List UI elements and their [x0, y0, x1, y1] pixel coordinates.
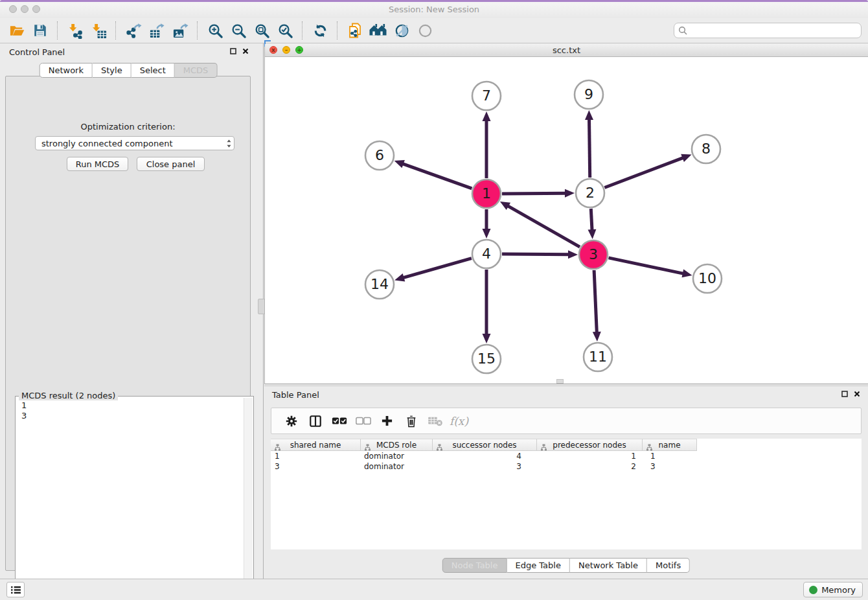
zoom-selected-icon [277, 23, 293, 39]
network-graph[interactable]: 7968124314101511 [265, 57, 868, 384]
deselect-all-button[interactable] [351, 410, 375, 432]
column-header-MCDS-role[interactable]: MCDS role [361, 439, 433, 451]
table-row[interactable]: 1dominator411 [271, 451, 697, 461]
mcds-result-list: 13 [16, 397, 253, 425]
mcds-result-item: 3 [21, 411, 247, 421]
tab-style[interactable]: Style [93, 63, 131, 78]
graph-node-8[interactable]: 8 [692, 135, 720, 163]
criterion-dropdown[interactable]: strongly connected component [35, 136, 234, 150]
network-splitter-grip[interactable] [556, 379, 564, 384]
export-table-button[interactable] [145, 20, 168, 41]
split-panel-button[interactable] [303, 410, 327, 432]
zoom-fit-icon [254, 23, 270, 39]
tab-motifs[interactable]: Motifs [647, 558, 690, 573]
zoom-fit-button[interactable] [250, 20, 273, 41]
close-panel-icon[interactable] [854, 391, 860, 397]
column-header-predecessor-nodes[interactable]: predecessor nodes [537, 439, 643, 451]
zoom-out-button[interactable] [227, 20, 250, 41]
close-panel-button[interactable]: Close panel [137, 157, 205, 171]
svg-text:7: 7 [482, 87, 491, 104]
toggle-style-button[interactable] [390, 20, 413, 41]
column-header-successor-nodes[interactable]: successor nodes [433, 439, 537, 451]
function-builder-button[interactable]: f(x) [447, 410, 471, 432]
column-header-name[interactable]: name [643, 439, 697, 451]
export-table-icon [149, 23, 165, 39]
copy-current-network-button[interactable] [343, 20, 367, 41]
network-window-titlebar[interactable]: x – + scc.txt [265, 44, 868, 57]
save-floppy-icon [32, 23, 48, 38]
graph-node-9[interactable]: 9 [575, 80, 603, 109]
tab-network-table[interactable]: Network Table [570, 558, 647, 573]
deselect-all-icon [356, 417, 371, 425]
graph-node-1[interactable]: 1 [472, 179, 501, 208]
memory-status-icon [809, 586, 817, 594]
main-toolbar [0, 18, 868, 43]
delete-table-button[interactable] [423, 410, 447, 432]
memory-button[interactable]: Memory [803, 582, 863, 597]
svg-text:4: 4 [482, 246, 491, 262]
close-panel-icon[interactable] [242, 48, 249, 54]
graph-node-3[interactable]: 3 [579, 240, 608, 269]
svg-text:9: 9 [584, 86, 593, 102]
svg-text:11: 11 [589, 349, 607, 365]
zoom-in-icon [207, 23, 223, 39]
graph-node-10[interactable]: 10 [693, 264, 722, 293]
task-history-button[interactable] [6, 582, 25, 597]
export-image-button[interactable] [168, 20, 192, 41]
cell-successor-nodes: 4 [433, 451, 537, 461]
tab-select[interactable]: Select [131, 63, 175, 78]
control-panel-title: Control Panel [9, 47, 65, 57]
cell-shared-name: 1 [271, 451, 361, 461]
table-settings-button[interactable] [279, 410, 303, 432]
graph-node-11[interactable]: 11 [584, 343, 612, 371]
open-session-button[interactable] [5, 20, 29, 41]
toolbar-separator [197, 21, 198, 40]
graph-node-14[interactable]: 14 [365, 270, 394, 299]
import-table-button[interactable] [87, 20, 110, 41]
refresh-button[interactable] [308, 20, 332, 41]
export-network-button[interactable] [122, 20, 145, 41]
zoom-in-button[interactable] [203, 20, 227, 41]
show-network-home-button[interactable] [367, 20, 390, 41]
split-panel-icon [309, 415, 322, 428]
column-header-shared-name[interactable]: shared name [271, 439, 361, 451]
fx-icon: f(x) [450, 415, 468, 428]
run-mcds-button[interactable]: Run MCDS [67, 157, 128, 171]
svg-text:3: 3 [589, 246, 598, 262]
graph-node-2[interactable]: 2 [576, 179, 604, 207]
memory-label: Memory [821, 585, 856, 595]
cell-name: 3 [643, 461, 697, 472]
graph-node-4[interactable]: 4 [472, 240, 501, 268]
table-row[interactable]: 3dominator323 [271, 461, 697, 472]
zoom-selected-button[interactable] [273, 20, 297, 41]
cell-MCDS-role: dominator [361, 451, 433, 461]
delete-column-button[interactable] [399, 410, 423, 432]
show-hide-panel-button[interactable] [413, 20, 437, 41]
float-panel-icon[interactable] [841, 391, 848, 397]
table-panel-tabs: Node TableEdge TableNetwork TableMotifs [442, 558, 690, 573]
session-title: Session: New Session [0, 0, 868, 18]
cell-successor-nodes: 3 [433, 461, 537, 472]
tab-mcds[interactable]: MCDS [175, 63, 218, 78]
graph-node-7[interactable]: 7 [472, 82, 501, 110]
tab-edge-table[interactable]: Edge Table [507, 558, 569, 573]
search-box [674, 23, 862, 38]
add-column-button[interactable] [375, 410, 399, 432]
result-scrollbar[interactable] [244, 398, 253, 600]
select-all-button[interactable] [327, 410, 351, 432]
network-view-window: x – + scc.txt 7968124314101511 [264, 44, 868, 384]
export-network-icon [126, 23, 142, 39]
search-input[interactable] [674, 23, 862, 38]
tab-node-table[interactable]: Node Table [442, 558, 507, 573]
graph-node-15[interactable]: 15 [472, 345, 501, 373]
network-window-title: scc.txt [265, 44, 868, 56]
float-panel-icon[interactable] [230, 48, 236, 54]
zoom-out-icon [231, 23, 247, 39]
tab-network[interactable]: Network [40, 63, 93, 78]
import-network-button[interactable] [63, 20, 87, 41]
graph-node-6[interactable]: 6 [365, 141, 394, 170]
plus-icon [381, 415, 393, 427]
toolbar-separator [302, 21, 303, 40]
network-canvas[interactable]: 7968124314101511 [265, 57, 868, 384]
save-session-button[interactable] [29, 20, 52, 41]
